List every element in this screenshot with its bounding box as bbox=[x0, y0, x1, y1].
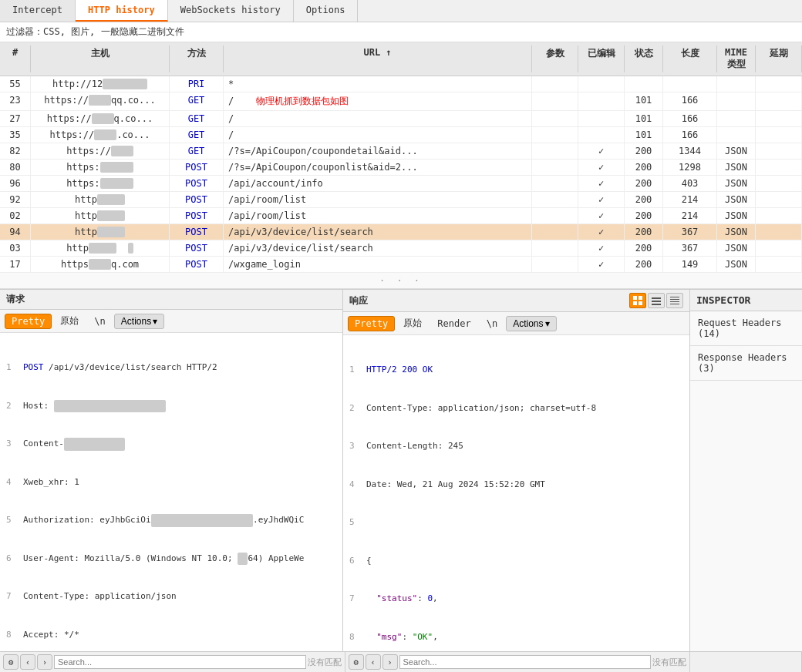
inspector-response-headers[interactable]: Response Headers (3) bbox=[690, 346, 802, 381]
table-row[interactable]: 55 http://12████████ PRI * bbox=[0, 76, 802, 92]
cell-mime bbox=[717, 76, 756, 92]
cell-edited: ✓ bbox=[578, 257, 625, 272]
inspector-request-headers[interactable]: Request Headers (14) bbox=[690, 311, 802, 346]
request-pane: 请求 Pretty 原始 \n Actions ▾ 1POST /api/v3/… bbox=[0, 290, 343, 651]
request-actions-button[interactable]: Actions ▾ bbox=[114, 314, 164, 329]
cell-status: 200 bbox=[625, 192, 663, 207]
table-row[interactable]: 92 http█████ POST /api/room/list ✓ 200 2… bbox=[0, 192, 802, 208]
request-tab-raw[interactable]: 原始 bbox=[53, 312, 86, 330]
response-content: 1HTTP/2 200 OK 2Content-Type: applicatio… bbox=[343, 335, 689, 651]
cell-method: GET bbox=[170, 92, 224, 110]
tab-http-history[interactable]: HTTP history bbox=[76, 0, 168, 22]
cell-length: 1344 bbox=[663, 143, 717, 159]
view-toggles bbox=[629, 293, 683, 308]
cell-host: http█████ bbox=[31, 224, 170, 240]
cell-length: 1298 bbox=[663, 160, 717, 175]
cell-method: POST bbox=[170, 224, 224, 240]
tab-websockets-history[interactable]: WebSockets history bbox=[168, 0, 294, 22]
response-actions-button[interactable]: Actions ▾ bbox=[506, 316, 556, 331]
cell-url: /?s=/ApiCoupon/coupondetail&aid... bbox=[224, 143, 532, 159]
table-row[interactable]: 96 https:██████ POST /api/account/info ✓… bbox=[0, 176, 802, 192]
cell-method: GET bbox=[170, 127, 224, 143]
cell-method: GET bbox=[170, 111, 224, 126]
response-search-back-button[interactable]: ‹ bbox=[366, 654, 381, 670]
cell-params bbox=[532, 92, 578, 110]
request-tab-pretty[interactable]: Pretty bbox=[5, 314, 52, 329]
svg-rect-5 bbox=[652, 301, 661, 302]
response-search-icon-button[interactable]: ⚙ bbox=[349, 654, 364, 670]
cell-edited: ✓ bbox=[578, 224, 625, 240]
cell-mime bbox=[717, 127, 756, 143]
cell-mime: JSON bbox=[717, 208, 756, 223]
cell-host: http█████ bbox=[31, 192, 170, 207]
cell-id: 94 bbox=[0, 224, 31, 240]
cell-mime: JSON bbox=[717, 224, 756, 240]
response-search-forward-button[interactable]: › bbox=[382, 654, 398, 670]
request-search-back-button[interactable]: ‹ bbox=[20, 654, 35, 670]
cell-url: /api/v3/device/list/search bbox=[224, 240, 532, 256]
cell-url: * bbox=[224, 76, 532, 92]
search-bars: ⚙ ‹ › 没有匹配 ⚙ ‹ › 没有匹配 bbox=[0, 651, 802, 672]
col-mime: MIME类型 bbox=[717, 45, 756, 72]
cell-host: https://████ bbox=[31, 143, 170, 159]
cell-host: https://████.co... bbox=[31, 127, 170, 143]
table-row[interactable]: 80 https:██████ POST /?s=/ApiCoupon/coup… bbox=[0, 160, 802, 176]
response-tab-render[interactable]: Render bbox=[430, 316, 477, 331]
table-row[interactable]: 03 http█████ █ POST /api/v3/device/list/… bbox=[0, 240, 802, 257]
request-tab-newline[interactable]: \n bbox=[87, 314, 112, 329]
cell-edited: ✓ bbox=[578, 160, 625, 175]
grid-icon bbox=[633, 296, 642, 305]
cell-length bbox=[663, 76, 717, 92]
view-toggle-compact[interactable] bbox=[666, 293, 683, 308]
cell-method: GET bbox=[170, 143, 224, 159]
cell-params bbox=[532, 257, 578, 272]
cell-method: POST bbox=[170, 160, 224, 175]
response-search-input[interactable] bbox=[399, 655, 652, 669]
request-search-icon-button[interactable]: ⚙ bbox=[3, 654, 19, 670]
cell-delay bbox=[756, 224, 802, 240]
cell-id: 23 bbox=[0, 92, 31, 110]
response-tab-pretty[interactable]: Pretty bbox=[348, 316, 395, 331]
inspector-title: INSPECTOR bbox=[690, 290, 802, 311]
divider: · · · bbox=[0, 273, 802, 289]
response-tab-raw[interactable]: 原始 bbox=[396, 314, 429, 332]
table-row[interactable]: 02 http█████ POST /api/room/list ✓ 200 2… bbox=[0, 208, 802, 224]
http-history-table: 55 http://12████████ PRI * 23 https://██… bbox=[0, 76, 802, 273]
cell-url: /api/account/info bbox=[224, 176, 532, 191]
request-title: 请求 bbox=[0, 290, 342, 310]
filter-bar: 过滤器：CSS, 图片, 一般隐藏二进制文件 bbox=[0, 22, 802, 42]
table-row[interactable]: 94 http█████ POST /api/v3/device/list/se… bbox=[0, 224, 802, 240]
col-delay: 延期 bbox=[756, 45, 802, 72]
cell-method: POST bbox=[170, 257, 224, 272]
cell-params bbox=[532, 76, 578, 92]
request-search-section: ⚙ ‹ › 没有匹配 bbox=[0, 652, 345, 672]
table-row[interactable]: 82 https://████ GET /?s=/ApiCoupon/coupo… bbox=[0, 143, 802, 160]
svg-rect-3 bbox=[639, 301, 642, 305]
table-row[interactable]: 17 https████q.com POST /wxgame_login ✓ 2… bbox=[0, 257, 802, 273]
svg-rect-10 bbox=[670, 304, 679, 304]
request-search-forward-button[interactable]: › bbox=[37, 654, 52, 670]
cell-id: 80 bbox=[0, 160, 31, 175]
inspector-search-section bbox=[690, 652, 802, 672]
table-row[interactable]: 27 https://████q.co... GET / 101 166 bbox=[0, 111, 802, 127]
cell-length: 214 bbox=[663, 208, 717, 223]
view-toggle-list[interactable] bbox=[648, 293, 665, 308]
table-row[interactable]: 35 https://████.co... GET / 101 166 bbox=[0, 127, 802, 143]
tab-intercept[interactable]: Intercept bbox=[0, 0, 76, 22]
col-host: 主机 bbox=[31, 45, 170, 72]
response-pane: 响应 bbox=[343, 290, 690, 651]
table-row[interactable]: 23 https://████qq.co... GET / 物理机抓到数据包如图… bbox=[0, 92, 802, 111]
cell-id: 55 bbox=[0, 76, 31, 92]
cell-params bbox=[532, 127, 578, 143]
cell-edited bbox=[578, 92, 625, 110]
request-actions-chevron-icon: ▾ bbox=[153, 316, 157, 327]
cell-delay bbox=[756, 127, 802, 143]
col-params: 参数 bbox=[532, 45, 578, 72]
cell-id: 17 bbox=[0, 257, 31, 272]
view-toggle-grid[interactable] bbox=[629, 293, 646, 308]
tab-options[interactable]: Options bbox=[294, 0, 359, 22]
cell-url: / bbox=[224, 127, 532, 143]
cell-length: 403 bbox=[663, 176, 717, 191]
request-search-input[interactable] bbox=[54, 655, 306, 669]
response-tab-newline[interactable]: \n bbox=[480, 316, 504, 331]
